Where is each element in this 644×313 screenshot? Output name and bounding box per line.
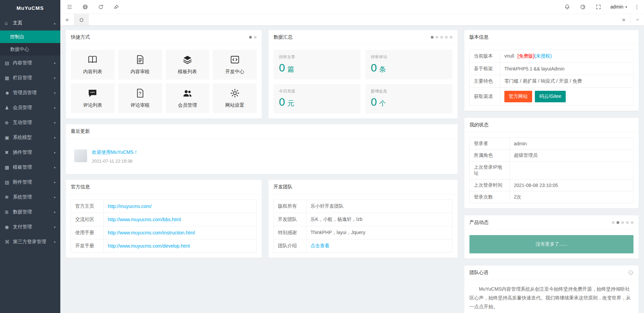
chevron-down-icon: ▾ <box>54 61 56 65</box>
sidebar-item-label: 附件管理 <box>13 179 54 185</box>
version-info-table: 当前版本 vnull[免费版](未授权) 基于框架 ThinkPHP5.1 &&… <box>469 50 633 106</box>
carousel-dot[interactable] <box>445 36 448 39</box>
tabbar: « » <box>60 14 644 25</box>
shortcut-member-manage[interactable]: 会员管理 <box>166 83 209 113</box>
role-value: 超级管理员 <box>514 152 538 158</box>
refresh-icon[interactable] <box>93 0 108 14</box>
carousel-dot[interactable] <box>249 36 252 39</box>
info-icon[interactable] <box>628 270 633 275</box>
shortcut-comment-audit[interactable]: ? 评论审核 <box>118 83 162 113</box>
sidebar-item-admin[interactable]: ☻ 管理员管理 ▾ <box>0 85 60 100</box>
notification-bell-icon[interactable] <box>560 0 575 14</box>
sidebar-item-system[interactable]: ✻ 系统管理 ▾ <box>0 190 60 205</box>
official-site-button[interactable]: 官方网站 <box>504 91 532 102</box>
sidebar-item-plugin[interactable]: ✖ 插件管理 ▾ <box>0 145 60 160</box>
collapse-menu-icon[interactable] <box>62 0 77 14</box>
sidebar-item-datacenter[interactable]: 数据中心 <box>0 43 60 56</box>
login-user-value: admin <box>514 141 527 146</box>
admin-manage-icon: ☻ <box>5 90 13 96</box>
carousel-dot[interactable] <box>450 36 452 39</box>
stat-label: 新增会员 <box>371 88 447 94</box>
stat-pending-comments[interactable]: 待审评论 0条 <box>365 50 452 79</box>
news-banner[interactable]: 没有更多了...... <box>469 235 633 253</box>
sidebar-item-thirdparty[interactable]: ⌘ 第三方登录管理 ▾ <box>0 234 60 249</box>
template-manage-icon: ▩ <box>5 165 13 170</box>
tab-options-icon[interactable] <box>630 14 644 25</box>
globe-icon[interactable] <box>77 0 93 14</box>
sidebar-item-content[interactable]: ▤ 内容管理 ▾ <box>0 56 60 70</box>
home-icon: ⌂ <box>5 20 13 26</box>
shortcut-comment-list[interactable]: 评论列表 <box>71 83 115 113</box>
row-label: 交流社区 <box>71 213 104 226</box>
dev-team-table: 版权所有 乐小轩开发团队 开发团队 乐K，小航，杨逸轩，lzb 特别感谢 <box>274 200 452 253</box>
carousel-dot[interactable] <box>436 36 438 39</box>
table-row: 特别感谢 ThinkPHP，layui，Jquery <box>274 226 452 239</box>
carousel-dot[interactable] <box>626 221 629 224</box>
sidebar-item-attachment[interactable]: ▧ 附件管理 ▾ <box>0 175 60 190</box>
sidebar-item-label: 栏目管理 <box>13 75 54 81</box>
shortcut-label: 评论审核 <box>130 102 149 108</box>
carousel-dot[interactable] <box>440 36 443 39</box>
tabs-scroll-right-icon[interactable]: » <box>617 14 630 25</box>
sidebar-item-home[interactable]: ⌂ 主页 ▴ <box>0 16 60 30</box>
users-icon <box>182 88 193 99</box>
community-link[interactable]: http://www.muyucms.com/bbs.html <box>108 217 181 222</box>
carousel-dot[interactable] <box>617 221 619 224</box>
sidebar-item-model[interactable]: ▣ 系统模型 ▾ <box>0 130 60 145</box>
brand-logo[interactable]: MuYuCMS <box>0 0 60 16</box>
table-row: 使用手册 http://www.muyucms.com/instruction.… <box>71 226 257 239</box>
card-title: 我的状态 <box>469 122 488 128</box>
shortcut-template-list[interactable]: 模板列表 <box>166 50 209 80</box>
sidebar-item-label: 支付管理 <box>13 224 54 230</box>
shortcut-dev-center[interactable]: 开发中心 <box>213 50 257 80</box>
sidebar-item-data[interactable]: ≣ 数据管理 ▾ <box>0 205 60 220</box>
stat-new-members[interactable]: 新增会员 0个 <box>365 84 452 113</box>
manual-link[interactable]: http://www.muyucms.com/instruction.html <box>108 230 195 235</box>
gitee-button[interactable]: 码云/Gitee <box>535 91 566 102</box>
sidebar-item-interaction[interactable]: ⊕ 互动管理 ▾ <box>0 115 60 130</box>
clear-cache-icon[interactable] <box>108 0 124 14</box>
carousel-dot[interactable] <box>612 221 615 224</box>
row-label: 主要特色 <box>470 75 500 88</box>
stat-pending-articles[interactable]: 待审文章 0篇 <box>274 50 361 79</box>
user-menu[interactable]: admin ▾ <box>606 0 631 14</box>
carousel-dot[interactable] <box>621 221 624 224</box>
tab-home[interactable] <box>74 14 89 25</box>
svg-text:?: ? <box>139 91 141 96</box>
more-options-icon[interactable]: ⋮ <box>631 0 643 14</box>
sidebar-item-console[interactable]: 控制台 <box>0 30 60 43</box>
stat-today-recharge[interactable]: 今日充值 0元 <box>274 84 361 113</box>
chevron-down-icon: ▾ <box>54 106 56 110</box>
shortcut-content-audit[interactable]: 内容审核 <box>118 50 162 80</box>
table-row: 官方主页 http://muyucms.com/ <box>71 200 257 213</box>
row-label: 登录次数 <box>470 191 510 203</box>
unauthorized-tag[interactable]: (未授权) <box>535 53 552 59</box>
carousel-dot[interactable] <box>254 36 257 39</box>
sidebar-item-template[interactable]: ▩ 模板管理 ▾ <box>0 160 60 175</box>
shortcut-site-settings[interactable]: 网站设置 <box>213 83 257 113</box>
official-home-link[interactable]: http://muyucms.com/ <box>108 204 152 209</box>
update-item: 欢迎使用MuYuCMS！ 2021-07-11 22:19:38 <box>71 144 452 169</box>
stat-label: 今日充值 <box>279 88 355 94</box>
stat-label: 待审文章 <box>279 54 355 60</box>
carousel-dot[interactable] <box>431 36 434 39</box>
shortcut-label: 会员管理 <box>178 102 197 108</box>
sidebar-item-payment[interactable]: ◉ 支付管理 ▾ <box>0 220 60 234</box>
team-intro-link[interactable]: 点击查看 <box>310 243 329 248</box>
dev-manual-link[interactable]: http://www.muyucms.com/develop.html <box>108 243 190 249</box>
fullscreen-icon[interactable] <box>591 0 606 14</box>
sidebar-item-column[interactable]: ▦ 栏目管理 ▾ <box>0 70 60 85</box>
carousel-dot[interactable] <box>631 221 633 224</box>
theme-icon[interactable] <box>575 0 591 14</box>
row-value: 零门槛 / 易扩展 / 响应式 / 开源 / 免费 <box>500 75 633 88</box>
news-carousel-dots <box>612 221 633 224</box>
version-info-card: 版本信息 当前版本 vnull[免费版](未授权) <box>464 30 639 111</box>
row-label: 官方主页 <box>71 200 104 213</box>
row-value: ThinkPHP，layui，Jquery <box>306 226 452 239</box>
update-title-link[interactable]: 欢迎使用MuYuCMS！ <box>92 149 138 155</box>
shortcut-content-list[interactable]: 内容列表 <box>71 50 115 80</box>
table-row: 主要特色 零门槛 / 易扩展 / 响应式 / 开源 / 免费 <box>470 75 633 88</box>
tabs-scroll-left-icon[interactable]: « <box>60 14 74 25</box>
sidebar-item-member[interactable]: ♟ 会员管理 ▾ <box>0 100 60 115</box>
attachment-manage-icon: ▧ <box>5 180 13 185</box>
